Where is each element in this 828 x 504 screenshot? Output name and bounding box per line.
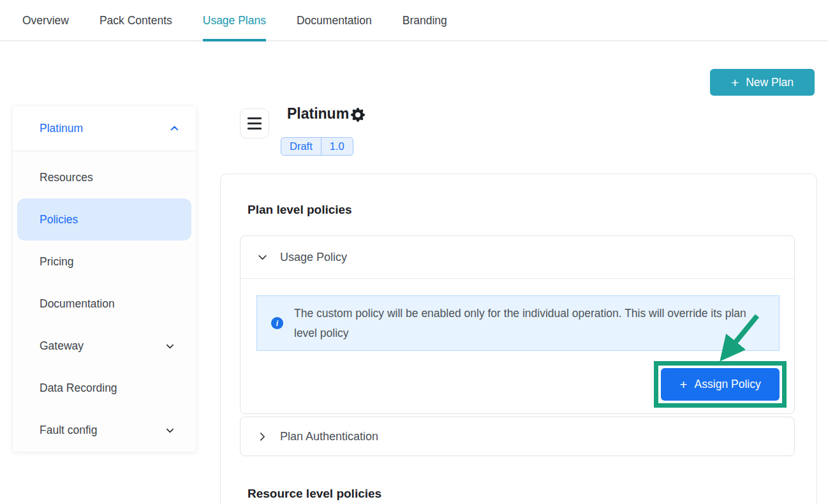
plus-icon: + [679, 378, 687, 391]
plan-level-policies-heading: Plan level policies [248, 203, 352, 217]
top-tab-bar: Overview Pack Contents Usage Plans Docum… [0, 0, 828, 41]
plan-authentication-accordion-header[interactable]: Plan Authentication [240, 417, 794, 456]
chevron-down-icon [165, 426, 175, 435]
sidebar-item-resources[interactable]: Resources [17, 156, 191, 198]
sidebar-item-label: Data Recording [40, 382, 117, 395]
sidebar-item-data-recording[interactable]: Data Recording [17, 367, 191, 409]
plus-icon: + [731, 76, 739, 89]
sidebar-item-policies[interactable]: Policies [17, 198, 191, 241]
sidebar-item-pricing[interactable]: Pricing [17, 241, 191, 283]
plan-status-badge: Draft 1.0 [281, 137, 353, 156]
tab-usage-plans[interactable]: Usage Plans [203, 0, 266, 41]
usage-policy-accordion: Usage Policy i The custom policy will be… [240, 235, 795, 414]
new-plan-button[interactable]: + New Plan [710, 69, 815, 96]
plan-title-text: Platinum [287, 105, 349, 122]
usage-policy-body: i The custom policy will be enabled only… [240, 279, 794, 413]
sidebar-item-label: Fault config [40, 424, 97, 437]
sidebar-item-fault-config[interactable]: Fault config [17, 409, 191, 451]
sidebar-plan-toggle[interactable]: Platinum [13, 107, 196, 151]
sidebar-item-documentation[interactable]: Documentation [17, 283, 191, 325]
plan-authentication-title: Plan Authentication [280, 430, 378, 443]
policies-card: Plan level policies Usage Policy i The c… [220, 174, 817, 504]
chevron-down-icon [165, 341, 175, 351]
sidebar-item-label: Resources [40, 171, 93, 184]
chevron-right-icon [257, 431, 268, 442]
sidebar-item-label: Pricing [40, 255, 74, 269]
usage-policy-title: Usage Policy [280, 251, 347, 264]
sidebar-item-label: Policies [40, 213, 78, 226]
tab-branding[interactable]: Branding [403, 0, 447, 41]
sidebar-item-gateway[interactable]: Gateway [17, 325, 191, 367]
sidebar-menu: Resources Policies Pricing Documentation… [13, 151, 196, 451]
status-badge-draft: Draft [281, 138, 321, 155]
info-alert-text: The custom policy will be enabled only f… [283, 304, 749, 343]
tab-pack-contents[interactable]: Pack Contents [100, 0, 172, 41]
chevron-down-icon [257, 252, 268, 263]
sidebar-item-label: Gateway [40, 339, 84, 353]
tab-overview[interactable]: Overview [22, 0, 69, 41]
resource-level-policies-heading: Resource level policies [248, 487, 381, 501]
assign-policy-button[interactable]: + Assign Policy [661, 368, 780, 401]
annotation-highlight-box: + Assign Policy [654, 361, 787, 408]
plan-title: Platinum [287, 105, 365, 122]
info-alert: i The custom policy will be enabled only… [256, 295, 780, 351]
tab-documentation[interactable]: Documentation [297, 0, 372, 41]
gear-icon[interactable] [351, 108, 365, 122]
info-icon: i [271, 317, 283, 329]
new-plan-label: New Plan [746, 76, 794, 89]
usage-policy-accordion-header[interactable]: Usage Policy [240, 236, 794, 279]
plan-authentication-accordion: Plan Authentication [240, 417, 795, 456]
assign-policy-label: Assign Policy [695, 378, 761, 391]
sidebar-plan-name: Platinum [40, 122, 83, 135]
plan-sidebar: Platinum Resources Policies Pricing Docu… [13, 107, 196, 452]
hamburger-menu-button[interactable] [240, 108, 269, 138]
chevron-up-icon [170, 124, 179, 133]
status-badge-version: 1.0 [321, 138, 353, 155]
sidebar-item-label: Documentation [40, 297, 115, 311]
